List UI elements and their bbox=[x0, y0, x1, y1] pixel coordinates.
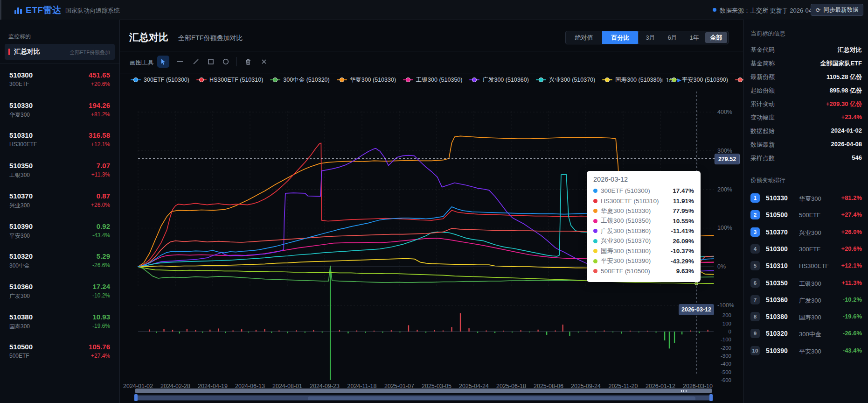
series-dot-icon bbox=[593, 249, 597, 253]
tooltip-row: 300ETF (510300) 17.47% bbox=[593, 186, 694, 196]
etf-radar-app: ETF雷达 国家队动向追踪系统 数据来源：上交所 更新于 2026-04-08 … bbox=[0, 0, 868, 403]
tooltip-series-value: 26.09% bbox=[673, 238, 694, 245]
series-dot-icon bbox=[593, 189, 597, 193]
tooltip-rows: 300ETF (510300) 17.47% HS300ETF (510310)… bbox=[593, 186, 694, 276]
tooltip-series-value: -11.41% bbox=[671, 227, 694, 234]
series-dot-icon bbox=[593, 239, 597, 243]
tooltip-series-value: 17.47% bbox=[673, 187, 694, 194]
tooltip-row: 500ETF (510500) 9.63% bbox=[593, 266, 694, 276]
chart-tooltip: 2026-03-12 300ETF (510300) 17.47% HS300E… bbox=[587, 171, 701, 282]
series-dot-icon bbox=[593, 259, 597, 263]
tooltip-series-name: 500ETF (510500) bbox=[601, 268, 676, 275]
tooltip-series-value: 10.55% bbox=[673, 218, 694, 225]
tooltip-row: 华夏300 (510330) 77.95% bbox=[593, 206, 694, 216]
series-dot-icon bbox=[593, 229, 597, 233]
tooltip-row: 广发300 (510360) -11.41% bbox=[593, 226, 694, 236]
tooltip-series-name: 广发300 (510360) bbox=[601, 227, 671, 235]
tooltip-series-name: 国寿300 (510380) bbox=[601, 247, 671, 255]
tooltip-row: 国寿300 (510380) -10.37% bbox=[593, 246, 694, 256]
tooltip-row: HS300ETF (510310) 11.91% bbox=[593, 196, 694, 206]
tooltip-series-value: 9.63% bbox=[676, 268, 694, 275]
tooltip-series-name: 工银300 (510350) bbox=[601, 217, 673, 225]
tooltip-row: 平安300 (510390) -43.29% bbox=[593, 256, 694, 267]
tooltip-series-value: 77.95% bbox=[673, 207, 694, 214]
series-dot-icon bbox=[593, 269, 597, 273]
tooltip-series-name: 平安300 (510390) bbox=[601, 257, 671, 265]
crosshair-point bbox=[695, 282, 698, 285]
tooltip-series-name: 华夏300 (510330) bbox=[601, 207, 673, 215]
series-dot-icon bbox=[593, 199, 597, 203]
tooltip-series-name: 300ETF (510300) bbox=[601, 187, 673, 194]
tooltip-series-name: HS300ETF (510310) bbox=[601, 198, 673, 205]
tooltip-date: 2026-03-12 bbox=[593, 176, 694, 183]
tooltip-series-name: 兴业300 (510370) bbox=[601, 237, 673, 245]
tooltip-row: 兴业300 (510370) 26.09% bbox=[593, 236, 694, 247]
tooltip-series-value: 11.91% bbox=[673, 198, 694, 205]
tooltip-series-value: -43.29% bbox=[671, 258, 694, 265]
main-chart[interactable] bbox=[0, 0, 868, 403]
crosshair-value-badge: 279.52 bbox=[715, 154, 740, 164]
tooltip-series-value: -10.37% bbox=[671, 247, 694, 255]
series-dot-icon bbox=[593, 219, 597, 223]
crosshair-date-badge: 2026-03-12 bbox=[679, 304, 714, 315]
tooltip-row: 工银300 (510350) 10.55% bbox=[593, 216, 694, 226]
series-dot-icon bbox=[593, 209, 597, 213]
